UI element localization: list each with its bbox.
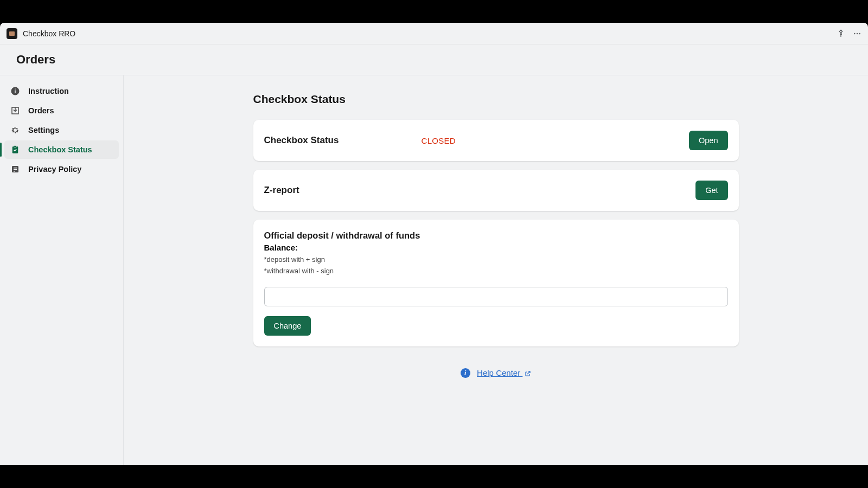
- change-button[interactable]: Change: [264, 316, 311, 336]
- orders-icon: [10, 105, 21, 116]
- amount-input[interactable]: [264, 287, 728, 306]
- withdrawal-hint: *withdrawal with - sign: [264, 266, 728, 277]
- status-value: CLOSED: [422, 136, 690, 145]
- zreport-label: Z-report: [264, 185, 696, 196]
- main-content: Checkbox Status Checkbox Status CLOSED O…: [124, 75, 868, 465]
- svg-rect-8: [12, 146, 18, 153]
- sidebar-item-instruction[interactable]: Instruction: [4, 82, 119, 100]
- svg-rect-5: [15, 91, 16, 93]
- more-icon[interactable]: [853, 29, 861, 38]
- svg-rect-9: [14, 146, 17, 147]
- info-badge-icon: i: [461, 368, 470, 378]
- titlebar: Checkbox RRO: [0, 23, 868, 44]
- svg-point-2: [857, 33, 858, 34]
- info-icon: [10, 86, 21, 97]
- help-center-link[interactable]: Help Center: [477, 368, 531, 377]
- sidebar-item-privacy-policy[interactable]: Privacy Policy: [4, 160, 119, 178]
- app-logo-icon: [7, 28, 17, 39]
- svg-point-1: [854, 33, 855, 34]
- svg-rect-6: [15, 89, 16, 90]
- deposit-hint: *deposit with + sign: [264, 254, 728, 266]
- funds-title: Official deposit / withdrawal of funds: [264, 230, 728, 241]
- page-title: Checkbox Status: [253, 93, 739, 106]
- sidebar: Instruction Orders Settings Checkbox Sta…: [0, 75, 124, 465]
- gear-icon: [10, 125, 21, 136]
- clipboard-check-icon: [10, 144, 21, 155]
- svg-point-3: [859, 33, 860, 34]
- sidebar-item-label: Orders: [28, 106, 54, 115]
- sidebar-item-settings[interactable]: Settings: [4, 121, 119, 139]
- status-card-label: Checkbox Status: [264, 135, 422, 146]
- balance-label: Balance:: [264, 243, 728, 252]
- subheader: Orders: [0, 44, 868, 75]
- subheader-title: Orders: [16, 53, 55, 67]
- external-link-icon: [525, 370, 531, 377]
- funds-card: Official deposit / withdrawal of funds B…: [253, 220, 739, 346]
- pin-icon[interactable]: [837, 29, 845, 38]
- help-row: i Help Center: [253, 368, 739, 378]
- zreport-card: Z-report Get: [253, 170, 739, 211]
- sidebar-item-label: Settings: [28, 126, 59, 134]
- sidebar-item-label: Checkbox Status: [28, 145, 92, 154]
- open-button[interactable]: Open: [689, 131, 727, 150]
- sidebar-item-label: Privacy Policy: [28, 165, 81, 174]
- sidebar-item-checkbox-status[interactable]: Checkbox Status: [4, 140, 119, 159]
- app-title: Checkbox RRO: [23, 29, 837, 38]
- get-button[interactable]: Get: [695, 181, 727, 200]
- sidebar-item-label: Instruction: [28, 87, 69, 95]
- document-icon: [10, 164, 21, 175]
- sidebar-item-orders[interactable]: Orders: [4, 101, 119, 120]
- status-card: Checkbox Status CLOSED Open: [253, 120, 739, 161]
